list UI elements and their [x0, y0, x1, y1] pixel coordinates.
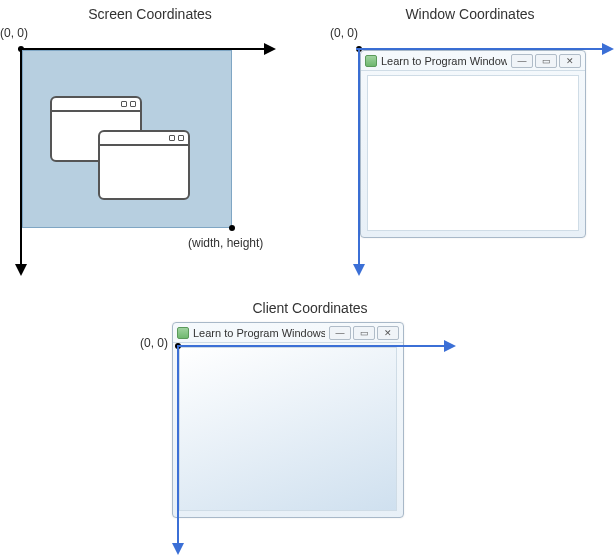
- minimize-icon: —: [336, 328, 345, 338]
- client-area: [179, 347, 397, 511]
- mini-titlebar-front: [100, 132, 188, 146]
- client-title: Client Coordinates: [220, 300, 400, 316]
- window-controls: — ▭ ✕: [511, 54, 581, 68]
- window-client-area: [367, 75, 579, 231]
- maximize-icon: ▭: [360, 328, 369, 338]
- client-coordinates-diagram: Client Coordinates (0, 0) Learn to Progr…: [140, 300, 480, 558]
- maximize-icon: ▭: [542, 56, 551, 66]
- screen-origin-label: (0, 0): [0, 26, 28, 40]
- client-window-controls: — ▭ ✕: [329, 326, 399, 340]
- mini-titlebar-back: [52, 98, 140, 112]
- maximize-button[interactable]: ▭: [535, 54, 557, 68]
- window-titlebar: Learn to Program Windows — ▭ ✕: [361, 51, 585, 71]
- screen-title: Screen Coordinates: [60, 6, 240, 22]
- client-x-axis: [178, 345, 446, 347]
- client-window-caption: Learn to Program Windows: [193, 327, 325, 339]
- app-icon: [177, 327, 189, 339]
- window-title: Window Coordinates: [370, 6, 570, 22]
- minimize-button[interactable]: —: [511, 54, 533, 68]
- client-y-arrowhead: [172, 543, 184, 555]
- close-icon: ✕: [566, 56, 574, 66]
- window-caption: Learn to Program Windows: [381, 55, 507, 67]
- window-origin-label: (0, 0): [330, 26, 358, 40]
- window-y-arrowhead: [353, 264, 365, 276]
- client-x-arrowhead: [444, 340, 456, 352]
- app-icon: [365, 55, 377, 67]
- client-origin-label: (0, 0): [140, 336, 168, 350]
- sample-window: Learn to Program Windows — ▭ ✕: [360, 50, 586, 238]
- screen-x-arrowhead: [264, 43, 276, 55]
- close-button[interactable]: ✕: [377, 326, 399, 340]
- client-sample-window: Learn to Program Windows — ▭ ✕: [172, 322, 404, 518]
- screen-corner-label: (width, height): [188, 236, 263, 250]
- window-coordinates-diagram: Window Coordinates (0, 0) Learn to Progr…: [330, 0, 614, 280]
- mini-btn: [121, 101, 127, 107]
- mini-window-front: [98, 130, 190, 200]
- screen-y-arrowhead: [15, 264, 27, 276]
- screen-coordinates-diagram: Screen Coordinates (0, 0) (width, height…: [0, 0, 300, 280]
- minimize-icon: —: [518, 56, 527, 66]
- mini-btn: [178, 135, 184, 141]
- mini-btn: [130, 101, 136, 107]
- maximize-button[interactable]: ▭: [353, 326, 375, 340]
- close-button[interactable]: ✕: [559, 54, 581, 68]
- window-x-arrowhead: [602, 43, 614, 55]
- client-window-titlebar: Learn to Program Windows — ▭ ✕: [173, 323, 403, 343]
- client-y-axis: [177, 345, 179, 545]
- minimize-button[interactable]: —: [329, 326, 351, 340]
- close-icon: ✕: [384, 328, 392, 338]
- mini-btn: [169, 135, 175, 141]
- screen-corner-dot: [229, 225, 235, 231]
